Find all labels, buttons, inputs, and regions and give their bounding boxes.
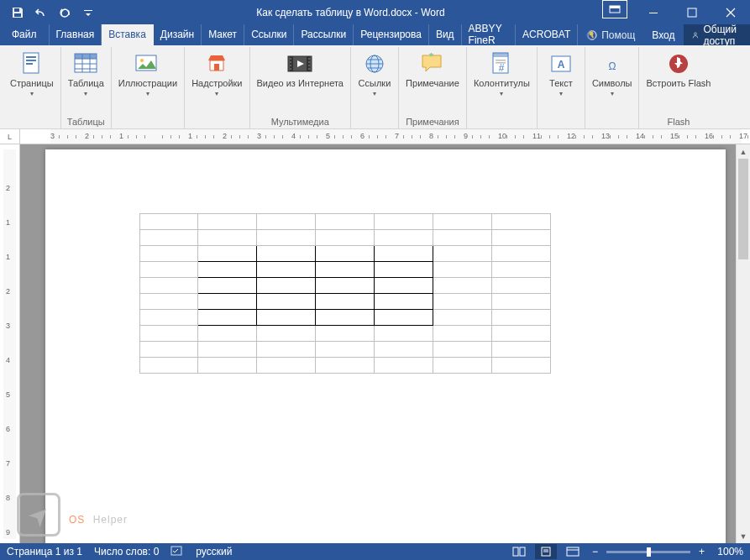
table-cell[interactable] (374, 262, 433, 278)
table-cell[interactable] (316, 230, 375, 246)
tab-layout[interactable]: Макет (202, 24, 244, 45)
table-cell[interactable] (491, 262, 550, 278)
tab-mailings[interactable]: Рассылки (294, 24, 354, 45)
table-cell[interactable] (491, 278, 550, 294)
vertical-ruler[interactable]: 21123456789 (0, 144, 20, 544)
text-button[interactable]: A Текст▾ (541, 49, 581, 99)
table-cell[interactable] (433, 278, 491, 294)
table-cell[interactable] (139, 214, 198, 230)
tab-file[interactable]: Файл (0, 24, 50, 45)
table-cell[interactable] (433, 230, 491, 246)
pages-button[interactable]: Страницы▾ (7, 49, 57, 99)
sign-in-button[interactable]: Вход (643, 29, 683, 41)
table-cell[interactable] (139, 310, 198, 326)
table-cell[interactable] (374, 310, 433, 326)
table-cell[interactable] (316, 278, 375, 294)
comment-button[interactable]: Примечание (402, 49, 463, 91)
save-button[interactable] (7, 2, 29, 24)
table-cell[interactable] (198, 246, 257, 262)
scroll-track[interactable] (737, 159, 750, 529)
table-cell[interactable] (433, 246, 491, 262)
table-cell[interactable] (374, 230, 433, 246)
qat-customize-button[interactable] (77, 2, 99, 24)
table-cell[interactable] (198, 310, 257, 326)
vertical-scrollbar[interactable]: ▲ ▼ (736, 144, 750, 543)
table-cell[interactable] (198, 278, 257, 294)
table-cell[interactable] (198, 230, 257, 246)
close-button[interactable] (711, 0, 750, 24)
table-cell[interactable] (374, 278, 433, 294)
table-cell[interactable] (198, 214, 257, 230)
table-cell[interactable] (139, 326, 198, 342)
tab-abbyy[interactable]: ABBYY FineR (462, 24, 517, 45)
tell-me-button[interactable]: Помощ (578, 29, 643, 41)
table-cell[interactable] (257, 310, 316, 326)
scroll-thumb[interactable] (738, 159, 748, 259)
spellcheck-icon[interactable] (170, 545, 184, 559)
tab-references[interactable]: Ссылки (244, 24, 294, 45)
table-cell[interactable] (257, 246, 316, 262)
table-button[interactable]: Таблица▾ (65, 49, 108, 99)
table-cell[interactable] (139, 230, 198, 246)
tab-view[interactable]: Вид (429, 24, 462, 45)
table-cell[interactable] (257, 278, 316, 294)
table-cell[interactable] (316, 342, 375, 358)
addins-button[interactable]: Надстройки▾ (188, 49, 245, 99)
table-cell[interactable] (491, 342, 550, 358)
tab-insert[interactable]: Вставка (102, 24, 154, 45)
table-cell[interactable] (316, 214, 375, 230)
table-cell[interactable] (257, 214, 316, 230)
table-cell[interactable] (433, 214, 491, 230)
horizontal-ruler[interactable]: 3211234567891011121314151617 (20, 129, 750, 144)
table-cell[interactable] (316, 326, 375, 342)
table-cell[interactable] (198, 262, 257, 278)
read-mode-button[interactable] (508, 544, 530, 559)
zoom-thumb[interactable] (647, 547, 651, 557)
table-cell[interactable] (257, 230, 316, 246)
table-cell[interactable] (491, 326, 550, 342)
tab-review[interactable]: Рецензирова (354, 24, 429, 45)
symbols-button[interactable]: Ω Символы▾ (589, 49, 636, 99)
table-cell[interactable] (491, 310, 550, 326)
document-table[interactable] (139, 213, 551, 374)
table-cell[interactable] (374, 326, 433, 342)
word-count[interactable]: Число слов: 0 (94, 546, 159, 557)
table-cell[interactable] (257, 262, 316, 278)
table-cell[interactable] (139, 342, 198, 358)
table-cell[interactable] (433, 294, 491, 310)
undo-button[interactable] (30, 2, 52, 24)
web-layout-button[interactable] (562, 544, 584, 559)
page[interactable] (45, 149, 726, 544)
table-cell[interactable] (198, 342, 257, 358)
ribbon-display-options-button[interactable] (602, 0, 627, 18)
table-cell[interactable] (374, 358, 433, 374)
minimize-button[interactable] (634, 0, 673, 24)
scroll-down-button[interactable]: ▼ (737, 529, 750, 543)
table-cell[interactable] (374, 214, 433, 230)
online-video-button[interactable]: Видео из Интернета (254, 49, 347, 91)
zoom-slider[interactable] (606, 551, 690, 553)
ruler-corner[interactable]: L (0, 129, 20, 144)
tab-home[interactable]: Главная (50, 24, 102, 45)
language-indicator[interactable]: русский (196, 546, 232, 557)
maximize-button[interactable] (673, 0, 711, 24)
table-cell[interactable] (491, 214, 550, 230)
table-cell[interactable] (316, 246, 375, 262)
table-cell[interactable] (316, 358, 375, 374)
table-cell[interactable] (257, 294, 316, 310)
table-cell[interactable] (491, 358, 550, 374)
table-cell[interactable] (491, 230, 550, 246)
print-layout-button[interactable] (535, 544, 557, 559)
table-cell[interactable] (257, 342, 316, 358)
table-cell[interactable] (198, 326, 257, 342)
page-indicator[interactable]: Страница 1 из 1 (7, 546, 82, 557)
table-cell[interactable] (139, 246, 198, 262)
table-cell[interactable] (139, 262, 198, 278)
table-cell[interactable] (139, 278, 198, 294)
table-cell[interactable] (491, 246, 550, 262)
table-cell[interactable] (433, 342, 491, 358)
table-cell[interactable] (257, 358, 316, 374)
scroll-up-button[interactable]: ▲ (737, 144, 750, 159)
redo-button[interactable] (54, 2, 76, 24)
table-cell[interactable] (139, 358, 198, 374)
